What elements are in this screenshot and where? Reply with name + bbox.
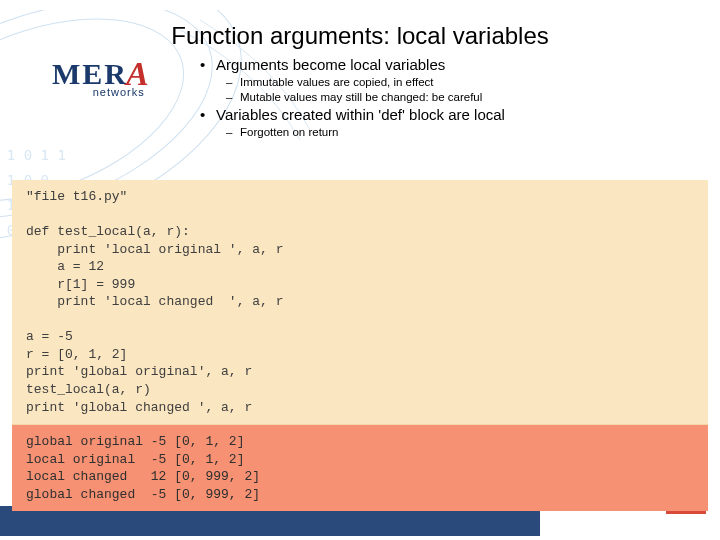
bullet-level-1: Variables created within 'def' block are… bbox=[200, 106, 680, 123]
code-output-block: global original -5 [0, 1, 2] local origi… bbox=[12, 425, 708, 511]
slide-title: Function arguments: local variables bbox=[0, 0, 720, 50]
bullet-level-2: Forgotten on return bbox=[200, 126, 680, 138]
bullet-level-1: Arguments become local variables bbox=[200, 56, 680, 73]
code-source-block: "file t16.py" def test_local(a, r): prin… bbox=[12, 180, 708, 425]
bullet-level-2: Immutable values are copied, in effect bbox=[200, 76, 680, 88]
bullet-content: Arguments become local variables Immutab… bbox=[200, 56, 680, 141]
mera-logo: MERA networks bbox=[52, 54, 149, 98]
svg-text:0 1 0 1 1: 0 1 0 1 1 bbox=[0, 147, 66, 163]
bullet-level-2: Mutable values may still be changed: be … bbox=[200, 91, 680, 103]
code-area: "file t16.py" def test_local(a, r): prin… bbox=[12, 180, 708, 511]
